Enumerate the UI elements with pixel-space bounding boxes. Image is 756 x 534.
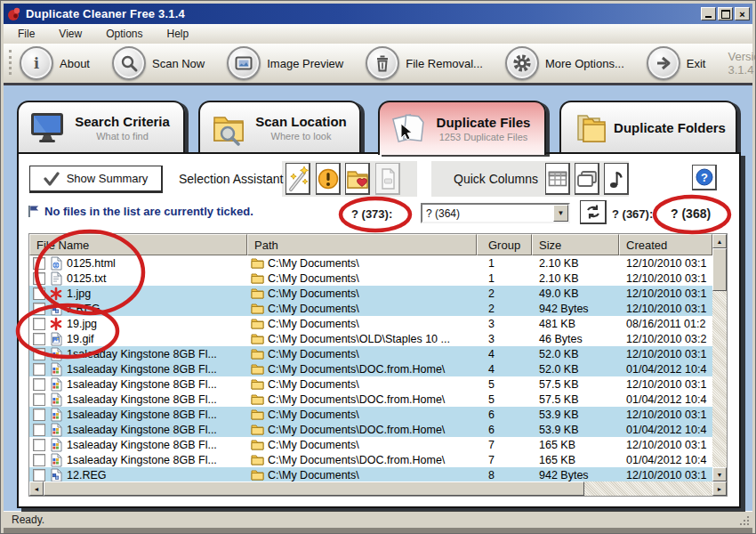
scroll-left-button[interactable]: ◄ (29, 481, 44, 496)
tab-subtitle: What to find (96, 131, 149, 142)
created-cell: 01/04/2012 10:4 (619, 454, 712, 466)
picture-icon (227, 46, 261, 80)
menu-file[interactable]: File (18, 28, 35, 40)
svg-text:?: ? (701, 171, 708, 184)
table-row[interactable]: 1.jpgC:\My Documents\249.0 KB12/10/2010 … (29, 286, 712, 301)
toolbar-drag-handle[interactable] (9, 50, 12, 75)
table-row[interactable]: 1saleaday Kingstone 8GB Fl...C:\My Docum… (29, 376, 712, 392)
row-checkbox[interactable] (33, 393, 45, 406)
row-checkbox[interactable] (33, 439, 45, 451)
column-header-path[interactable]: Path (247, 234, 477, 255)
label-368: ? (368) (671, 206, 711, 221)
table-row[interactable]: 1saleaday Kingstone 8GB Fl...C:\My Docum… (29, 437, 712, 452)
folder-icon (251, 303, 264, 314)
more-options-button[interactable]: More Options... (505, 46, 624, 80)
file-path: C:\My Documents\ (268, 439, 359, 451)
column-header-file-name[interactable]: File Name (29, 234, 247, 255)
about-button[interactable]: i About (20, 46, 90, 80)
folder-icon (251, 257, 264, 269)
minimize-button[interactable] (701, 7, 716, 20)
maximize-button[interactable] (718, 7, 733, 20)
menu-help[interactable]: Help (167, 28, 189, 40)
menu-view[interactable]: View (59, 28, 82, 40)
row-checkbox[interactable] (33, 303, 45, 315)
table-row[interactable]: 1.REGC:\My Documents\2942 Bytes12/10/201… (29, 301, 712, 316)
table-row[interactable]: 19.jpgC:\My Documents\3481 KB08/16/2011 … (29, 316, 712, 331)
size-cell: 46 Bytes (532, 333, 619, 345)
exit-arrow-icon (647, 46, 680, 80)
app-window: Duplicate Cleaner Free 3.1.4 × File View… (0, 0, 756, 534)
resize-grip[interactable] (738, 514, 750, 526)
table-header: File Name Path Group Size Created (29, 234, 712, 255)
menu-options[interactable]: Options (106, 28, 142, 40)
row-checkbox[interactable] (33, 318, 45, 330)
standard-columns-button[interactable] (545, 163, 570, 195)
dropdown-arrow-icon[interactable]: ▼ (553, 205, 568, 222)
table-row[interactable]: 1saleaday Kingstone 8GB Fl...C:\My Docum… (29, 346, 712, 361)
table-row[interactable]: 0125.htmlC:\My Documents\12.10 KB12/10/2… (29, 255, 712, 271)
exit-button[interactable]: Exit (647, 46, 706, 80)
row-checkbox[interactable] (33, 348, 45, 360)
vertical-scroll-thumb[interactable] (712, 248, 727, 291)
table-row[interactable]: 1saleaday Kingstone 8GB Fl...C:\My Docum… (29, 361, 712, 376)
tab-scan-location[interactable]: Scan Location Where to look (198, 101, 361, 153)
file-name: 1saleaday Kingstone 8GB Fl... (67, 393, 217, 406)
created-cell: 12/10/2010 03:1 (619, 272, 712, 285)
created-cell: 12/10/2010 03:1 (619, 257, 712, 270)
row-checkbox[interactable] (33, 378, 45, 391)
scan-now-button[interactable]: Scan Now (112, 46, 205, 80)
scroll-up-button[interactable]: ▲ (712, 234, 727, 248)
column-header-created[interactable]: Created (619, 234, 712, 255)
table-row[interactable]: 12.REGC:\My Documents\8942 Bytes12/10/20… (29, 467, 712, 481)
selection-wizard-button[interactable] (286, 163, 310, 195)
audio-columns-button[interactable] (604, 163, 629, 195)
table-row[interactable]: 1saleaday Kingstone 8GB Fl...C:\My Docum… (29, 452, 712, 467)
show-summary-button[interactable]: Show Summary (29, 166, 163, 193)
table-row[interactable]: 0125.txtC:\My Documents\12.10 KB12/10/20… (29, 271, 712, 286)
titlebar[interactable]: Duplicate Cleaner Free 3.1.4 × (4, 4, 752, 24)
tab-duplicate-folders[interactable]: Duplicate Folders (559, 101, 737, 153)
vertical-scrollbar[interactable]: ▲ ▼ (712, 234, 727, 481)
tab-duplicate-files[interactable]: Duplicate Files 1253 Duplicate Files (378, 101, 546, 155)
group-cell: 8 (477, 469, 532, 481)
table-row[interactable]: 1saleaday Kingstone 8GB Fl...C:\My Docum… (29, 407, 712, 422)
row-checkbox[interactable] (33, 409, 45, 421)
table-row[interactable]: 1saleaday Kingstone 8GB Fl...C:\My Docum… (29, 422, 712, 437)
file-type-icon (50, 287, 62, 301)
help-button[interactable]: ? (692, 165, 717, 190)
select-by-folder-button[interactable] (345, 163, 370, 195)
row-checkbox[interactable] (33, 424, 45, 436)
row-checkbox[interactable] (33, 363, 45, 376)
row-checkbox[interactable] (33, 454, 45, 466)
column-header-size[interactable]: Size (532, 234, 619, 255)
row-checkbox[interactable] (33, 257, 45, 270)
group-cell: 4 (477, 348, 532, 360)
row-checkbox[interactable] (33, 272, 45, 285)
tab-title: Search Criteria (75, 114, 170, 129)
created-cell: 08/16/2011 01:2 (619, 318, 712, 330)
column-header-group[interactable]: Group (477, 234, 532, 255)
refresh-button[interactable] (580, 200, 607, 224)
close-button[interactable]: × (735, 7, 750, 20)
row-checkbox[interactable] (33, 333, 45, 345)
selection-warning-button[interactable] (316, 163, 341, 195)
image-preview-button[interactable]: Image Preview (227, 46, 343, 80)
created-cell: 12/10/2010 03:1 (619, 348, 712, 360)
menubar: File View Options Help (4, 24, 752, 44)
created-cell: 12/10/2010 03:2 (619, 333, 712, 345)
horizontal-scroll-thumb[interactable] (44, 481, 584, 496)
horizontal-scrollbar[interactable]: ◄ ► (29, 481, 727, 496)
folder-icon (251, 424, 264, 435)
row-checkbox[interactable] (33, 287, 45, 300)
table-row[interactable]: 1saleaday Kingstone 8GB Fl...C:\My Docum… (29, 392, 712, 407)
scroll-down-button[interactable]: ▼ (712, 467, 727, 481)
scroll-right-button[interactable]: ► (712, 481, 727, 496)
row-checkbox[interactable] (33, 469, 45, 481)
image-columns-button[interactable] (575, 163, 599, 195)
size-cell: 57.5 KB (532, 393, 619, 406)
selection-dropdown[interactable]: ? (364) ▼ (421, 203, 570, 223)
tab-search-criteria[interactable]: Search Criteria What to find (17, 101, 185, 153)
file-path: C:\My Documents\DOC.from.Home\ (268, 363, 445, 376)
table-row[interactable]: 19.gifC:\My Documents\OLD\Staples 10 ...… (29, 331, 712, 346)
file-removal-button[interactable]: File Removal... (366, 46, 483, 80)
